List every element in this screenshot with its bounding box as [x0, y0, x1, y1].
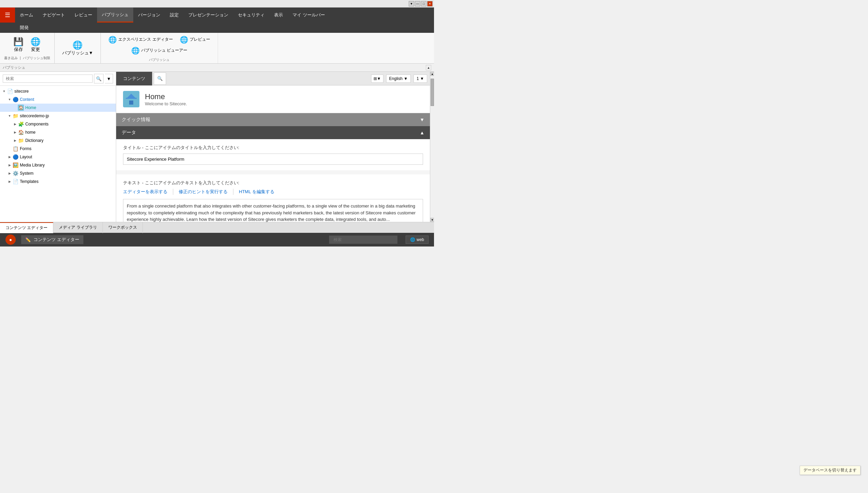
maximize-btn[interactable]: □ [421, 1, 426, 6]
tree-toggle-content[interactable]: ▼ [7, 97, 12, 102]
field-section-title: タイトル - ここにアイテムのタイトルを入力してください: [116, 139, 430, 170]
content-area: Home Welcome to Sitecore. クイック情報 ▼ データ ▲ [116, 85, 430, 222]
status-right: 🌐 web [406, 236, 429, 244]
tree-item-layout[interactable]: ▶ 🔵 Layout [0, 153, 116, 161]
ribbon-group-experience: 🌐 エクスペリエンス エディター 🌐 プレビュー 🌐 パブリッシュ ビューアー … [101, 33, 218, 63]
icon-selector-button[interactable]: ⊞ ▼ [371, 75, 383, 83]
tree-item-home2[interactable]: ▶ 🏠 home [0, 128, 116, 136]
grid-icon: ⊞ [374, 76, 377, 81]
save-button[interactable]: 💾 保存 [10, 36, 27, 54]
tree-label-system: System [20, 171, 33, 176]
menu-presentation[interactable]: プレゼンテーション [184, 8, 233, 23]
tab-content[interactable]: コンテンツ [116, 72, 152, 85]
menu-dev[interactable]: 開発 [15, 23, 33, 33]
ribbon-group-label-publish: パブリッシュ [149, 57, 169, 62]
bottom-tab-content-editor[interactable]: コンテンツ エディター [0, 222, 53, 233]
publish-dropdown-button[interactable]: 🌐 パブリッシュ▼ [59, 39, 97, 57]
publish-viewer-button[interactable]: 🌐 パブリッシュ ビューアー [128, 45, 191, 56]
tree-toggle-home2[interactable]: ▶ [12, 130, 18, 135]
menu-display[interactable]: 表示 [269, 8, 288, 23]
hamburger-menu[interactable]: ☰ [0, 8, 15, 23]
ribbon-bottom-label: パブリッシュ [3, 65, 25, 70]
tree-label-layout: Layout [20, 155, 32, 159]
pub-viewer-icon: 🌐 [131, 46, 140, 55]
tree-item-dictionary[interactable]: ▶ 📁 Dictionary [0, 136, 116, 145]
search-input[interactable] [3, 75, 93, 83]
tree-label-home2: home [25, 130, 36, 135]
scrollbar-down-arrow[interactable]: ▼ [430, 218, 434, 222]
tree-toggle-sitecore[interactable]: ▼ [1, 89, 7, 94]
number-selector[interactable]: 1 ▼ [413, 75, 427, 83]
minimize-btn[interactable]: — [415, 1, 420, 6]
tree-toggle-system[interactable]: ▶ [7, 171, 12, 176]
scrollbar-thumb[interactable] [431, 79, 434, 106]
status-search-input[interactable] [329, 236, 397, 244]
scrollbar-up-arrow[interactable]: ▲ [430, 72, 434, 76]
search-icon: 🔍 [96, 76, 101, 81]
bottom-tab-workbox[interactable]: ワークボックス [103, 222, 143, 233]
icon-dropdown-arrow: ▼ [377, 76, 381, 81]
tree-item-sitecoredemo[interactable]: ▼ 📁 sitecoredemo-jp [0, 112, 116, 120]
language-selector[interactable]: English ▼ [386, 75, 411, 83]
search-dropdown-button[interactable]: ▼ [105, 74, 113, 83]
tree-toggle-components[interactable]: ▶ [12, 121, 18, 127]
menu-navigate[interactable]: ナビゲート [38, 8, 70, 23]
bottom-tabs: コンテンツ エディター メディア ライブラリ ワークボックス [0, 222, 434, 233]
tree-label-dictionary: Dictionary [25, 138, 43, 143]
tree-item-system[interactable]: ▶ ⚙️ System [0, 169, 116, 177]
tree-icon-sitecoredemo: 📁 [12, 113, 18, 119]
tree-item-content[interactable]: ▼ 🔵 Content [0, 95, 116, 104]
menu-version[interactable]: バージョン [133, 8, 165, 23]
change-button[interactable]: 🌐 変更 [27, 36, 44, 54]
correction-hints-link[interactable]: 修正のヒントを実行する [179, 189, 228, 195]
tab-search[interactable]: 🔍 [154, 72, 166, 85]
status-edit-icon: ✏️ [25, 237, 31, 242]
edit-html-link[interactable]: HTML を編集する [239, 189, 274, 195]
menu-mytoolbar[interactable]: マイ ツールバー [288, 8, 330, 23]
tree-label-components: Components [25, 122, 49, 126]
bottom-tab-media-library[interactable]: メディア ライブラリ [53, 222, 103, 233]
search-button[interactable]: 🔍 [94, 74, 104, 83]
web-label: web [417, 237, 424, 242]
experience-editor-button[interactable]: 🌐 エクスペリエンス エディター [105, 34, 176, 45]
menu-home[interactable]: ホーム [15, 8, 38, 23]
close-btn[interactable]: ✕ [427, 1, 433, 6]
web-button[interactable]: 🌐 web [406, 236, 429, 244]
tree-label-medialibrary: Media Library [20, 163, 45, 168]
tree-item-sitecore[interactable]: ▼ 📄 sitecore [0, 87, 116, 95]
text-field-content[interactable]: From a single connected platform that al… [123, 199, 423, 222]
field-section-text: テキスト - ここにアイテムのテキストを入力してください: エディターを表示する… [116, 174, 430, 222]
tree-toggle-templates[interactable]: ▶ [7, 179, 12, 184]
tree-toggle-medialibrary[interactable]: ▶ [7, 162, 12, 168]
tree-item-forms[interactable]: ▶ 📋 Forms [0, 145, 116, 153]
show-editor-link[interactable]: エディターを表示する [123, 189, 167, 195]
tree-toggle-sitecoredemo[interactable]: ▼ [7, 113, 12, 119]
tree-item-home[interactable]: ▶ 🏠 Home [0, 104, 116, 112]
ribbon-label-text: 書き込み [4, 56, 18, 61]
tree-item-components[interactable]: ▶ 🧩 Components [0, 120, 116, 128]
save-label: 保存 [14, 46, 23, 53]
tree-label-templates: Templates [20, 179, 39, 184]
data-section-header[interactable]: データ ▲ [116, 126, 430, 139]
menu-review[interactable]: レビュー [70, 8, 97, 23]
ribbon-group-publish: 🌐 パブリッシュ▼ [55, 33, 101, 63]
quickinfo-section-header[interactable]: クイック情報 ▼ [116, 113, 430, 126]
tree-toggle-layout[interactable]: ▶ [7, 154, 12, 160]
web-icon: 🌐 [410, 237, 415, 242]
window-controls[interactable]: ▼ — □ ✕ [409, 1, 433, 6]
vertical-scrollbar[interactable]: ▲ ▼ [430, 72, 434, 222]
tree-item-templates[interactable]: ▶ 📄 Templates [0, 177, 116, 186]
quickinfo-label: クイック情報 [122, 117, 150, 123]
menu-publish[interactable]: パブリッシュ [97, 8, 133, 23]
preview-button[interactable]: 🌐 プレビュー [176, 34, 214, 45]
title-field-input[interactable] [123, 154, 423, 165]
exp-editor-label: エクスペリエンス エディター [118, 37, 173, 42]
pipe-sep: | [20, 56, 21, 60]
menu-security[interactable]: セキュリティ [233, 8, 269, 23]
ribbon-collapse-btn[interactable]: ▲ [426, 65, 431, 70]
item-icon [123, 91, 139, 107]
tree-toggle-dictionary[interactable]: ▶ [12, 138, 18, 143]
minimize-dropdown-btn[interactable]: ▼ [409, 1, 414, 6]
tree-item-medialibrary[interactable]: ▶ 🖼️ Media Library [0, 161, 116, 169]
menu-settings[interactable]: 設定 [165, 8, 184, 23]
